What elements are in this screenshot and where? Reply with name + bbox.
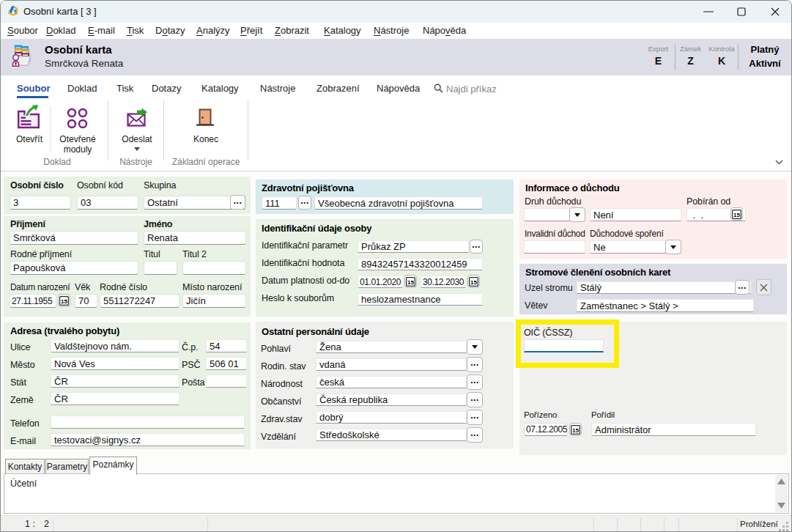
svg-text:15: 15 <box>61 298 67 305</box>
svg-text:15: 15 <box>733 212 740 218</box>
svg-text:15: 15 <box>572 427 579 434</box>
svg-text:15: 15 <box>407 279 414 286</box>
svg-text:15: 15 <box>470 279 477 286</box>
